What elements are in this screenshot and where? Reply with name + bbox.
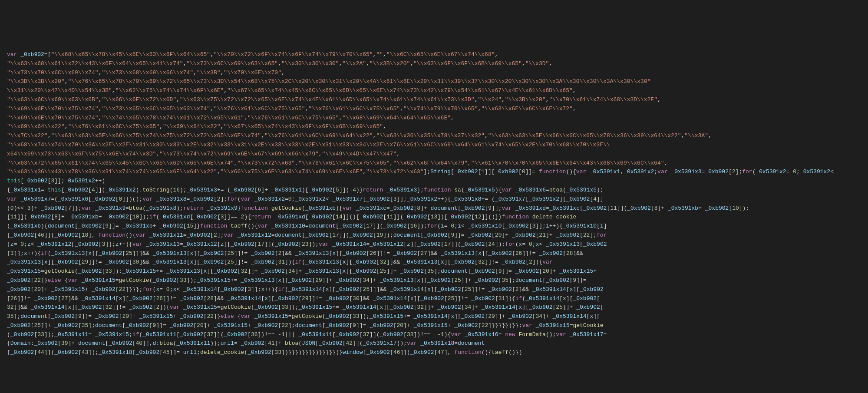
code-block: var _0xb902=["\\x68\\x65\\x78\\x45\\x6E\…: [7, 41, 861, 357]
